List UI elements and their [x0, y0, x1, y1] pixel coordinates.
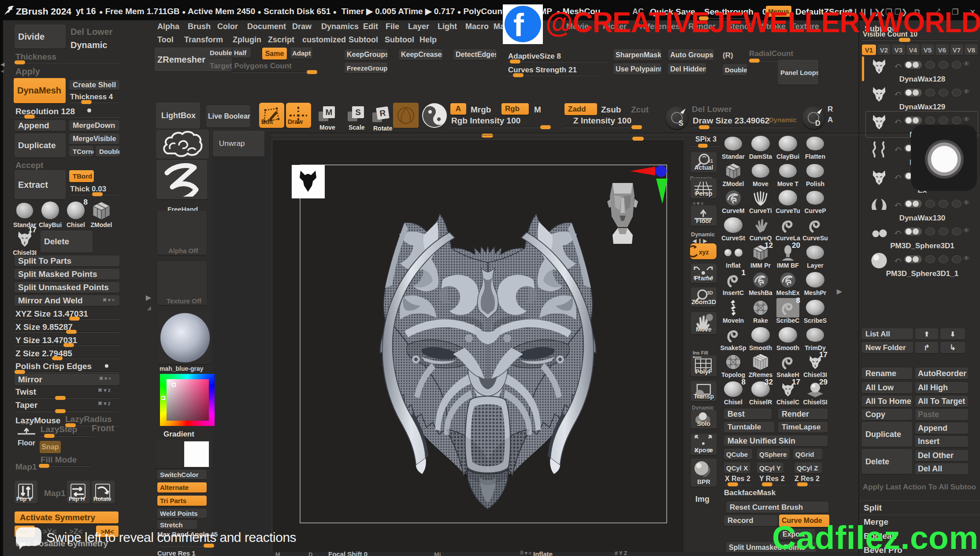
svg-text:x1: x1: [708, 158, 713, 164]
svg-text:3D: 3D: [707, 290, 713, 295]
svg-text:xyz: xyz: [699, 249, 709, 256]
